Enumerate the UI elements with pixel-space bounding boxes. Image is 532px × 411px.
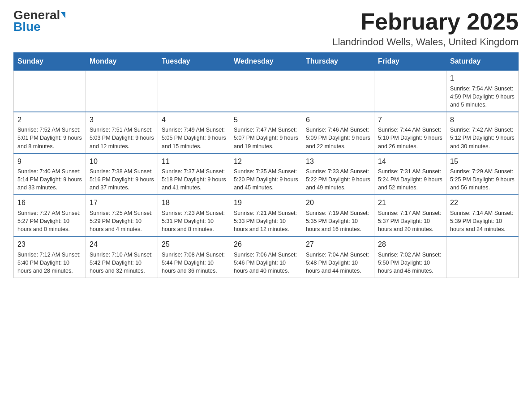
day-info: Sunrise: 7:37 AM Sunset: 5:18 PM Dayligh… [162, 167, 226, 192]
day-number: 2 [17, 115, 82, 125]
calendar-header-row: SundayMondayTuesdayWednesdayThursdayFrid… [14, 53, 519, 71]
day-info: Sunrise: 7:38 AM Sunset: 5:16 PM Dayligh… [90, 167, 154, 192]
logo: General Blue [13, 9, 65, 34]
day-number: 14 [378, 157, 442, 167]
day-number: 4 [162, 115, 226, 125]
calendar-week-row: 23Sunrise: 7:12 AM Sunset: 5:40 PM Dayli… [14, 236, 519, 278]
day-info: Sunrise: 7:19 AM Sunset: 5:35 PM Dayligh… [306, 209, 370, 233]
calendar-cell: 14Sunrise: 7:31 AM Sunset: 5:24 PM Dayli… [374, 154, 446, 195]
calendar-cell: 15Sunrise: 7:29 AM Sunset: 5:25 PM Dayli… [446, 154, 519, 195]
day-number: 10 [90, 157, 154, 167]
calendar-cell: 12Sunrise: 7:35 AM Sunset: 5:20 PM Dayli… [230, 154, 302, 195]
day-info: Sunrise: 7:54 AM Sunset: 4:59 PM Dayligh… [450, 85, 515, 109]
day-number: 9 [17, 157, 82, 167]
day-number: 16 [17, 198, 82, 208]
calendar-week-row: 2Sunrise: 7:52 AM Sunset: 5:01 PM Daylig… [14, 112, 519, 154]
calendar-cell [374, 70, 446, 112]
calendar-cell: 10Sunrise: 7:38 AM Sunset: 5:16 PM Dayli… [86, 154, 158, 195]
calendar-cell: 6Sunrise: 7:46 AM Sunset: 5:09 PM Daylig… [302, 112, 374, 154]
day-info: Sunrise: 7:47 AM Sunset: 5:07 PM Dayligh… [234, 126, 298, 150]
calendar-day-header-tuesday: Tuesday [158, 53, 230, 71]
calendar-cell: 27Sunrise: 7:04 AM Sunset: 5:48 PM Dayli… [302, 236, 374, 278]
calendar-day-header-friday: Friday [374, 53, 446, 71]
day-info: Sunrise: 7:27 AM Sunset: 5:27 PM Dayligh… [17, 209, 82, 233]
day-number: 5 [234, 115, 298, 125]
day-number: 21 [378, 198, 442, 208]
day-info: Sunrise: 7:51 AM Sunset: 5:03 PM Dayligh… [90, 126, 154, 150]
calendar-cell: 16Sunrise: 7:27 AM Sunset: 5:27 PM Dayli… [14, 195, 86, 236]
calendar-cell: 3Sunrise: 7:51 AM Sunset: 5:03 PM Daylig… [86, 112, 158, 154]
calendar-cell [230, 70, 302, 112]
day-number: 17 [90, 198, 154, 208]
day-info: Sunrise: 7:29 AM Sunset: 5:25 PM Dayligh… [450, 167, 515, 192]
day-number: 6 [306, 115, 370, 125]
day-number: 27 [306, 240, 370, 249]
calendar-cell [302, 70, 374, 112]
calendar-day-header-monday: Monday [86, 53, 158, 71]
calendar-table: SundayMondayTuesdayWednesdayThursdayFrid… [13, 52, 519, 278]
calendar-cell: 18Sunrise: 7:23 AM Sunset: 5:31 PM Dayli… [158, 195, 230, 236]
calendar-cell: 26Sunrise: 7:06 AM Sunset: 5:46 PM Dayli… [230, 236, 302, 278]
day-info: Sunrise: 7:17 AM Sunset: 5:37 PM Dayligh… [378, 209, 442, 233]
day-number: 26 [234, 240, 298, 249]
day-number: 20 [306, 198, 370, 208]
calendar-cell [158, 70, 230, 112]
day-number: 11 [162, 157, 226, 167]
day-info: Sunrise: 7:12 AM Sunset: 5:40 PM Dayligh… [17, 251, 82, 275]
day-info: Sunrise: 7:46 AM Sunset: 5:09 PM Dayligh… [306, 126, 370, 150]
day-info: Sunrise: 7:44 AM Sunset: 5:10 PM Dayligh… [378, 126, 442, 150]
day-info: Sunrise: 7:42 AM Sunset: 5:12 PM Dayligh… [450, 126, 515, 150]
day-number: 13 [306, 157, 370, 167]
day-number: 25 [162, 240, 226, 249]
calendar-cell: 17Sunrise: 7:25 AM Sunset: 5:29 PM Dayli… [86, 195, 158, 236]
day-number: 19 [234, 198, 298, 208]
calendar-cell [14, 70, 86, 112]
calendar-cell: 23Sunrise: 7:12 AM Sunset: 5:40 PM Dayli… [14, 236, 86, 278]
calendar-cell: 11Sunrise: 7:37 AM Sunset: 5:18 PM Dayli… [158, 154, 230, 195]
day-number: 23 [17, 240, 82, 249]
title-block: February 2025 Llandrindod Wells, Wales, … [332, 9, 519, 48]
calendar-cell: 19Sunrise: 7:21 AM Sunset: 5:33 PM Dayli… [230, 195, 302, 236]
page-header: General Blue February 2025 Llandrindod W… [13, 9, 519, 48]
calendar-cell [446, 236, 519, 278]
logo-arrow-icon [61, 12, 65, 18]
day-info: Sunrise: 7:08 AM Sunset: 5:44 PM Dayligh… [162, 251, 226, 275]
calendar-cell: 4Sunrise: 7:49 AM Sunset: 5:05 PM Daylig… [158, 112, 230, 154]
calendar-cell: 20Sunrise: 7:19 AM Sunset: 5:35 PM Dayli… [302, 195, 374, 236]
calendar-cell: 8Sunrise: 7:42 AM Sunset: 5:12 PM Daylig… [446, 112, 519, 154]
calendar-cell: 1Sunrise: 7:54 AM Sunset: 4:59 PM Daylig… [446, 70, 519, 112]
day-info: Sunrise: 7:31 AM Sunset: 5:24 PM Dayligh… [378, 167, 442, 192]
day-info: Sunrise: 7:02 AM Sunset: 5:50 PM Dayligh… [378, 251, 442, 275]
day-info: Sunrise: 7:23 AM Sunset: 5:31 PM Dayligh… [162, 209, 226, 233]
calendar-cell: 7Sunrise: 7:44 AM Sunset: 5:10 PM Daylig… [374, 112, 446, 154]
calendar-cell: 13Sunrise: 7:33 AM Sunset: 5:22 PM Dayli… [302, 154, 374, 195]
logo-blue: Blue [13, 20, 41, 34]
calendar-cell: 5Sunrise: 7:47 AM Sunset: 5:07 PM Daylig… [230, 112, 302, 154]
day-number: 22 [450, 198, 515, 208]
day-number: 24 [90, 240, 154, 249]
day-number: 7 [378, 115, 442, 125]
calendar-cell [86, 70, 158, 112]
day-number: 28 [378, 240, 442, 249]
day-number: 15 [450, 157, 515, 167]
calendar-week-row: 9Sunrise: 7:40 AM Sunset: 5:14 PM Daylig… [14, 154, 519, 195]
day-info: Sunrise: 7:25 AM Sunset: 5:29 PM Dayligh… [90, 209, 154, 233]
calendar-day-header-sunday: Sunday [14, 53, 86, 71]
day-number: 1 [450, 73, 515, 83]
month-title: February 2025 [332, 9, 519, 34]
calendar-cell: 2Sunrise: 7:52 AM Sunset: 5:01 PM Daylig… [14, 112, 86, 154]
day-info: Sunrise: 7:14 AM Sunset: 5:39 PM Dayligh… [450, 209, 515, 233]
day-info: Sunrise: 7:40 AM Sunset: 5:14 PM Dayligh… [17, 167, 82, 192]
day-number: 3 [90, 115, 154, 125]
day-number: 18 [162, 198, 226, 208]
day-info: Sunrise: 7:06 AM Sunset: 5:46 PM Dayligh… [234, 251, 298, 275]
calendar-day-header-saturday: Saturday [446, 53, 519, 71]
calendar-cell: 24Sunrise: 7:10 AM Sunset: 5:42 PM Dayli… [86, 236, 158, 278]
calendar-day-header-thursday: Thursday [302, 53, 374, 71]
day-number: 12 [234, 157, 298, 167]
day-number: 8 [450, 115, 515, 125]
calendar-cell: 28Sunrise: 7:02 AM Sunset: 5:50 PM Dayli… [374, 236, 446, 278]
calendar-cell: 9Sunrise: 7:40 AM Sunset: 5:14 PM Daylig… [14, 154, 86, 195]
day-info: Sunrise: 7:52 AM Sunset: 5:01 PM Dayligh… [17, 126, 82, 150]
calendar-day-header-wednesday: Wednesday [230, 53, 302, 71]
